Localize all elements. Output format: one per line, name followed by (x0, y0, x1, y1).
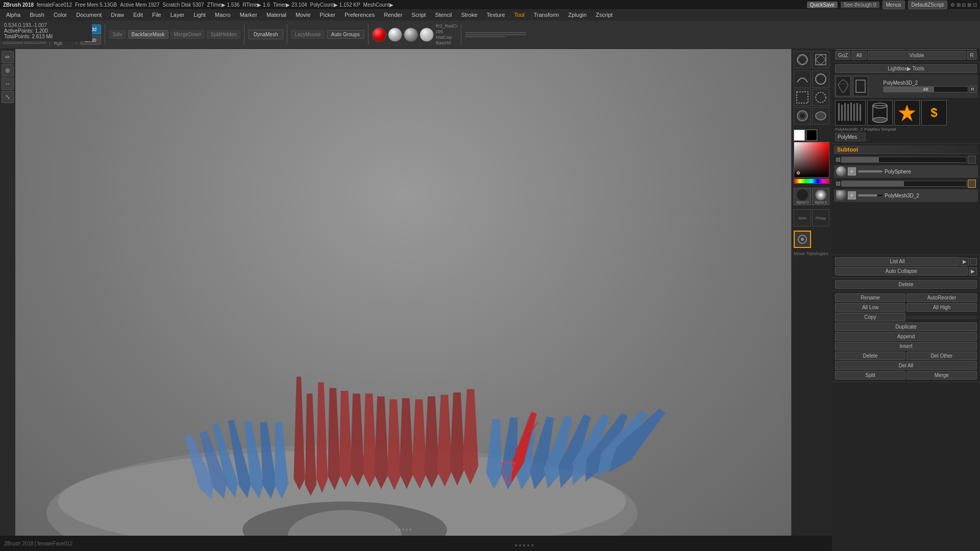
simple-brush-icon[interactable]: $ (921, 100, 947, 126)
duplicate-button[interactable]: Duplicate (835, 322, 977, 331)
polysphere-vis-slider[interactable] (857, 170, 883, 173)
lightbox-tools-button[interactable]: Lightbox▶ Tools (835, 64, 977, 73)
subtool-slider2[interactable] (841, 181, 967, 187)
alpha-0-icon[interactable]: Alpha 0 (794, 188, 811, 205)
menu-zplugin[interactable]: Zplugin (564, 11, 591, 19)
black-color-swatch[interactable] (806, 130, 817, 141)
auto-groups-button[interactable]: Auto Groups (327, 30, 364, 39)
maskear-icon[interactable] (812, 107, 829, 124)
auto-collapse-button[interactable]: Auto Collapse (835, 267, 968, 276)
menu-alpha[interactable]: Alpha (2, 11, 24, 19)
clip-curv-icon[interactable] (794, 70, 811, 88)
polymesh-thumb-2[interactable] (853, 76, 868, 96)
resolution-slider[interactable]: Resolution 128 (465, 36, 506, 37)
polymesh-brush-preview[interactable] (835, 100, 866, 126)
left-move-tool[interactable]: ↔ (2, 78, 14, 90)
polymesh-r-btn[interactable]: R (969, 86, 977, 93)
menu-stroke[interactable]: Stroke (457, 11, 481, 19)
menu-document[interactable]: Document (72, 11, 106, 19)
menu-macro[interactable]: Macro (211, 11, 235, 19)
polysphere-eye[interactable]: 👁 (848, 167, 856, 176)
maskerp-icon[interactable] (794, 107, 811, 124)
polymesh-value-slider[interactable]: 48 (883, 86, 968, 92)
menu-preferences[interactable]: Preferences (340, 11, 379, 19)
menu-light[interactable]: Light (189, 11, 210, 19)
list-all-toggle[interactable] (970, 258, 977, 265)
color-picker[interactable] (794, 142, 829, 178)
menu-render[interactable]: Render (380, 11, 406, 19)
3d-viewport[interactable] (15, 49, 791, 536)
menu-picker[interactable]: Picker (315, 11, 339, 19)
del-all-button[interactable]: Del All (835, 361, 977, 370)
all-button[interactable]: All (851, 51, 867, 60)
mask-polygroups-slider[interactable]: Mask By Polygroups 0 (465, 34, 526, 35)
subtool-toggle1[interactable] (968, 156, 976, 164)
merge-down-button[interactable]: MergeDown (170, 30, 205, 39)
hue-strip[interactable] (794, 179, 829, 184)
subtool-item2-expand[interactable] (836, 182, 840, 186)
matcap-matcap[interactable] (404, 28, 418, 42)
menu-marker[interactable]: Marker (236, 11, 261, 19)
all-low-button[interactable]: All Low (835, 303, 905, 312)
menu-layer[interactable]: Layer (166, 11, 189, 19)
menu-edit[interactable]: Edit (129, 11, 147, 19)
rs-red-matcap[interactable] (372, 28, 386, 42)
select-r-icon[interactable] (812, 89, 829, 106)
goz-button[interactable]: GoZ (835, 51, 850, 60)
list-all-arrow[interactable]: ▶ (961, 258, 969, 266)
split-button[interactable]: Split (835, 371, 905, 380)
menu-texture[interactable]: Texture (482, 11, 509, 19)
menu-color[interactable]: Color (50, 11, 71, 19)
clip-circ2-icon[interactable] (812, 70, 829, 88)
polymes-label[interactable]: PolyMes (835, 133, 866, 141)
select-a-icon[interactable] (794, 89, 811, 106)
menu-brush[interactable]: Brush (26, 11, 48, 19)
menu-draw[interactable]: Draw (107, 11, 128, 19)
dragdot-icon[interactable] (794, 231, 811, 248)
del-other-button[interactable]: Del Other (906, 352, 977, 360)
quicksave-button[interactable]: QuickSave (807, 2, 838, 8)
menu-zscript[interactable]: Zscript (592, 11, 617, 19)
merge-button[interactable]: Merge (906, 371, 977, 380)
white-color-swatch[interactable] (794, 130, 805, 141)
subtool-slider1[interactable] (841, 157, 967, 163)
split-hidden-button[interactable]: SplitHidden (207, 30, 240, 39)
menu-file[interactable]: File (148, 11, 165, 19)
menu-tool[interactable]: Tool (510, 11, 528, 19)
rename-button[interactable]: Rename (835, 293, 905, 302)
z95-matcap[interactable] (388, 28, 402, 42)
menu-stencil[interactable]: Stencil (431, 11, 456, 19)
star-brush-icon[interactable] (894, 100, 920, 126)
solo-icon[interactable]: Solo (794, 209, 811, 227)
cylinder-brush-icon[interactable] (867, 100, 893, 126)
auto-collapse-arrow[interactable]: ▶ (969, 267, 977, 276)
backface-mask-button[interactable]: BackfaceMask (128, 30, 168, 39)
subtool-toggle2[interactable] (968, 180, 976, 188)
menu-movie[interactable]: Movie (291, 11, 314, 19)
subtool-polysphere-item[interactable]: 👁 PolySphere (834, 165, 978, 178)
r-button[interactable]: R (967, 51, 977, 60)
polymesh-eye[interactable]: 👁 (848, 191, 856, 199)
append-subtool-button[interactable]: Append (835, 332, 977, 341)
see-through-control[interactable]: See-through 0 (841, 2, 879, 8)
sdiv-button[interactable]: Sdiv (109, 30, 126, 39)
left-draw-tool[interactable]: ✏ (2, 51, 14, 63)
insert-button[interactable]: Insert (835, 342, 977, 350)
delete-button[interactable]: Delete (835, 280, 977, 289)
left-scale-tool[interactable]: ⤡ (2, 91, 14, 103)
all-high-button[interactable]: All High (906, 303, 977, 312)
default-zscript-button[interactable]: DefaultZScript (908, 1, 947, 9)
menu-material[interactable]: Material (262, 11, 290, 19)
left-select-tool[interactable]: ⊕ (2, 64, 14, 77)
menu-transform[interactable]: Transform (530, 11, 564, 19)
subtool-polymesh-item[interactable]: 👁 PolyMesh3D_2 (834, 189, 978, 202)
menus-button[interactable]: Menus (883, 1, 905, 9)
basic-matcap[interactable] (420, 28, 434, 42)
list-all-button[interactable]: List All (835, 257, 960, 266)
alpha-6-icon[interactable]: Alpha 6 (812, 188, 829, 205)
copy-subtool-button[interactable]: Copy (835, 313, 905, 321)
dynamesh-button[interactable]: DynaMesh (248, 30, 284, 39)
clip-circ-icon[interactable] (794, 51, 811, 68)
autoreorder-button[interactable]: AutoReorder (906, 293, 977, 302)
polymesh-thumb-1[interactable] (836, 76, 851, 96)
